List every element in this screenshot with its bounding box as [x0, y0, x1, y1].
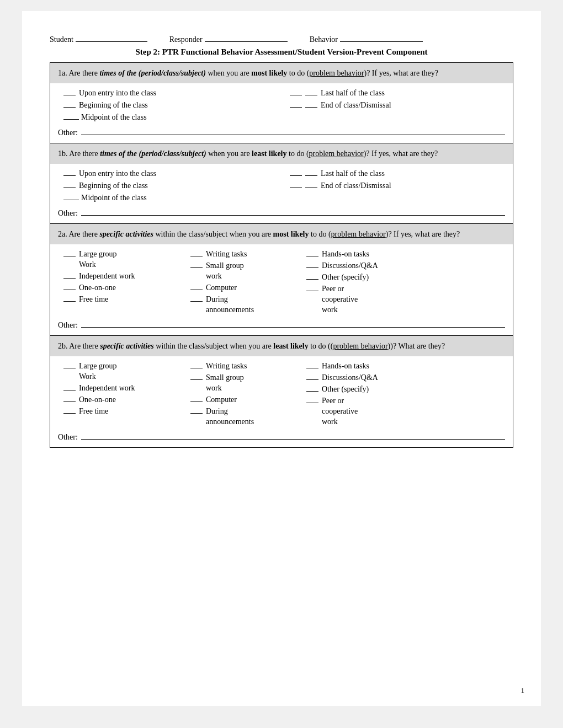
cb-during-2a: During: [190, 294, 301, 304]
other-label: Other:: [58, 321, 78, 330]
cb-label: One-on-one: [79, 395, 116, 404]
header: Student Responder Behavior: [50, 33, 513, 44]
cb-line: [190, 372, 203, 380]
cb-label: Independent work: [79, 384, 135, 393]
cb-line2: [305, 88, 317, 95]
cb-line: [190, 394, 203, 402]
cb-label: Hands-on tasks: [322, 250, 369, 259]
cb-line: [63, 180, 76, 188]
cb-label: During: [206, 407, 228, 416]
cb-line: [290, 100, 302, 108]
cb-label: Peer or: [322, 397, 344, 405]
cb-line: [306, 260, 318, 268]
midpoint-label: Midpoint of the class: [81, 113, 147, 122]
other-label: Other:: [58, 209, 78, 218]
responder-blank[interactable]: [205, 33, 288, 42]
other-2a: Other:: [58, 319, 505, 330]
behavior-blank[interactable]: [340, 33, 423, 42]
cb-line: [63, 294, 76, 302]
cb-computer-2b: Computer: [190, 394, 301, 404]
cb-end-1b: End of class/Dismissal: [290, 180, 505, 190]
cb-label: Computer: [206, 283, 237, 292]
cb-beginning-1b: Beginning of the class: [63, 180, 279, 190]
cb-peer-2b: Peer or: [306, 395, 505, 405]
other-underline[interactable]: [81, 431, 505, 440]
cb-label: Free time: [79, 407, 108, 416]
cb-label: Upon entry into the class: [79, 89, 156, 98]
other-underline[interactable]: [81, 319, 505, 328]
cb-beginning-1a: Beginning of the class: [63, 100, 279, 110]
times-1a-grid: Upon entry into the class Last half of t…: [63, 88, 505, 110]
cb-last-half-1a: Last half of the class: [290, 88, 505, 98]
cb-label: work: [322, 306, 338, 314]
cb-label: Computer: [206, 395, 237, 404]
cb-label: cooperative: [322, 407, 358, 416]
cb-line: [306, 384, 318, 392]
cb-label: Other (specify): [322, 273, 369, 282]
other-underline[interactable]: [81, 126, 505, 135]
cb-line: [63, 383, 76, 390]
cb-coopwork-2a: work: [306, 306, 505, 314]
cb-small-2b: Small group: [190, 372, 301, 382]
cb-line: [63, 168, 76, 176]
cb-announce-2a: announcements: [190, 306, 301, 314]
cb-line: [190, 406, 203, 414]
behavior-label: Behavior: [310, 35, 338, 44]
cb-label: Writing tasks: [206, 250, 247, 259]
cb-writing-2b: Writing tasks: [190, 361, 301, 371]
student-blank[interactable]: [76, 33, 147, 42]
cb-oneone-2b: One-on-one: [63, 394, 185, 404]
page: Student Responder Behavior Step 2: PTR F…: [22, 11, 541, 706]
responder-label: Responder: [169, 35, 203, 44]
cb-label: Last half of the class: [321, 89, 385, 98]
cb-sgwork-2a: work: [190, 272, 301, 281]
cb-label: During: [206, 295, 228, 304]
cb-independent-2b: Independent work: [63, 383, 185, 393]
cb-coopwork-2b: work: [306, 417, 505, 426]
cb-writing-2a: Writing tasks: [190, 249, 301, 259]
student-field: Student: [50, 33, 147, 44]
cb-handson-2a: Hands-on tasks: [306, 249, 505, 259]
cb-discussions-2a: Discussions/Q&A: [306, 260, 505, 270]
cb-during-2b: During: [190, 406, 301, 416]
act-col-3-2b: Hands-on tasks Discussions/Q&A Other (sp…: [306, 361, 505, 426]
cb-line: [63, 282, 76, 290]
cb-label: Work: [79, 260, 96, 269]
cb-label: announcements: [206, 417, 254, 426]
cb-line2: [305, 168, 317, 176]
section-2b: 2b. Are there specific activities within…: [50, 336, 513, 447]
cb-label: Large group: [79, 250, 117, 259]
times-1b-grid: Upon entry into the class Last half of t…: [63, 168, 505, 190]
other-underline[interactable]: [81, 207, 505, 216]
mid-line: [63, 192, 79, 200]
section-2b-header: 2b. Are there specific activities within…: [50, 336, 513, 356]
responder-field: Responder: [169, 33, 288, 44]
cb-line: [190, 249, 203, 256]
cb-large-group-2a: Large group: [63, 249, 185, 259]
cb-announce-2b: announcements: [190, 417, 301, 426]
cb-label: Peer or: [322, 285, 344, 293]
cb-line: [290, 88, 302, 95]
cb-line: [63, 271, 76, 279]
cb-coop-2a: cooperative: [306, 295, 505, 304]
cb-sgwork-2b: work: [190, 384, 301, 393]
cb-computer-2a: Computer: [190, 282, 301, 292]
cb-small-2a: Small group: [190, 260, 301, 270]
midpoint-1b: Midpoint of the class: [63, 192, 505, 202]
cb-large-group-2b: Large group: [63, 361, 185, 371]
cb-line: [306, 361, 318, 368]
cb-label: End of class/Dismissal: [321, 101, 391, 110]
cb-label: work: [206, 272, 222, 281]
mid-line: [63, 112, 79, 120]
section-2a: 2a. Are there specific activities within…: [50, 224, 513, 336]
cb-line: [306, 249, 318, 256]
act-col-3-2a: Hands-on tasks Discussions/Q&A Other (sp…: [306, 249, 505, 314]
activities-2a-grid: Large group Work Independent work One-on…: [63, 249, 505, 314]
other-1a: Other:: [58, 126, 505, 137]
cb-label: Discussions/Q&A: [322, 261, 378, 270]
midpoint-1a: Midpoint of the class: [63, 112, 505, 122]
cb-upon-entry-1b: Upon entry into the class: [63, 168, 279, 178]
cb-label: Beginning of the class: [79, 181, 148, 190]
cb-label: work: [206, 384, 222, 393]
cb-line: [63, 88, 76, 95]
